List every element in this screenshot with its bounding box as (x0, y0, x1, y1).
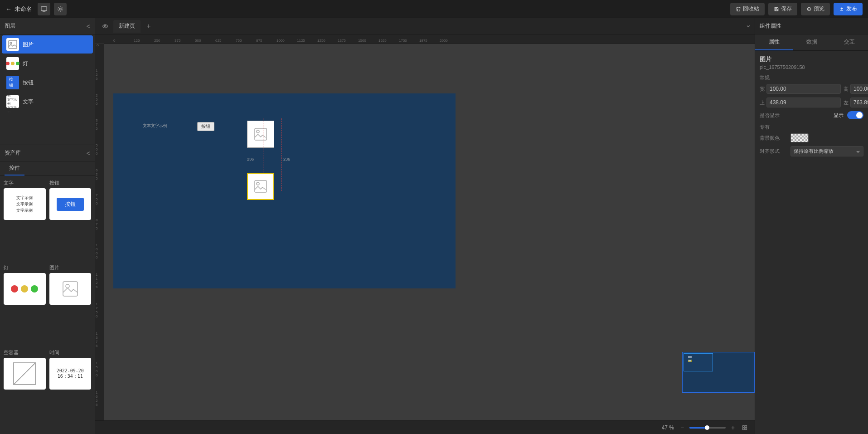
settings-icon-btn[interactable] (54, 3, 67, 15)
svg-rect-15 (255, 180, 267, 192)
ruler-v-mark-125: 125 (96, 68, 97, 81)
canvas-button-element[interactable]: 按钮 (197, 122, 214, 131)
right-panel-header: 组件属性 (755, 18, 868, 34)
svg-rect-18 (745, 425, 747, 427)
image-placeholder-icon-2 (254, 180, 267, 193)
light-dot-red (11, 285, 18, 293)
button-preview-widget: 按钮 (57, 198, 84, 211)
asset-label-text: 文字 (4, 180, 46, 186)
ruler-mark-1000: 1000 (276, 39, 285, 43)
layer-item-light[interactable]: 灯 (2, 54, 93, 73)
ruler-v-mark-1000: 1000 (96, 243, 97, 259)
ruler-mark-1250: 1250 (317, 39, 325, 43)
svg-point-11 (103, 24, 108, 28)
display-toggle-switch[interactable] (847, 111, 863, 119)
bg-color-row: 背景颜色 (760, 133, 863, 142)
dot-yellow (11, 62, 15, 65)
layer-item-image[interactable]: 图片 (2, 35, 93, 54)
prop-tab-interaction[interactable]: 交互 (830, 34, 868, 50)
left-panel: 图层 < 图片 灯 (0, 18, 95, 434)
asset-label-image: 图片 (49, 264, 92, 271)
asset-item-container[interactable]: 空容器 (4, 349, 46, 430)
canvas-image-element-2-selected[interactable] (247, 173, 274, 200)
prop-tab-data[interactable]: 数据 (793, 34, 830, 50)
layers-collapse-btn[interactable]: < (87, 23, 90, 30)
asset-item-light[interactable]: 灯 (4, 264, 46, 346)
ruler-v-mark-625: 625 (96, 168, 97, 180)
canvas-area: 新建页 + 0 125 250 375 500 (95, 18, 755, 434)
layer-label-button: 按钮 (23, 79, 34, 87)
preview-button[interactable]: 预览 (801, 3, 830, 15)
assets-grid: 文字 文字示例 文字示例 文字示例 按钮 按钮 (0, 176, 95, 434)
right-panel: 组件属性 属性 数据 交互 图片 pic_1675750209158 常规 宽 … (755, 18, 868, 434)
asset-thumb-image (49, 273, 92, 305)
prop-grid-pos: 上 左 (760, 98, 863, 107)
canvas-text-element[interactable]: 文本文字示例 (143, 123, 167, 129)
zoom-increase-btn[interactable]: + (728, 423, 737, 432)
prop-height-item: 高 (844, 84, 868, 94)
zoom-slider[interactable] (689, 427, 726, 429)
right-panel-title: 组件属性 (760, 22, 781, 30)
section-title-general: 常规 (760, 74, 863, 81)
guide-label-left: 236 (247, 157, 254, 161)
layers-panel-header: 图层 < (0, 18, 95, 34)
time-widget-preview: 2022-09-2016：34：11 (57, 368, 84, 380)
prop-width-input[interactable] (766, 84, 841, 94)
asset-item-time[interactable]: 时间 2022-09-2016：34：11 (49, 349, 92, 430)
ruler-v-mark-750: 750 (96, 193, 97, 205)
layer-item-text[interactable]: 文字示例文字示例文字示例 文字 (2, 93, 93, 111)
assets-tabs: 控件 (0, 161, 95, 176)
asset-thumb-light (4, 273, 46, 305)
asset-item-text[interactable]: 文字 文字示例 文字示例 文字示例 (4, 180, 46, 261)
canvas-page[interactable]: 文本文字示例 按钮 236 236 (113, 93, 456, 288)
page-tab-new[interactable]: 新建页 (113, 20, 141, 33)
back-icon[interactable]: ← (5, 5, 12, 13)
app-title: ← 未命名 (5, 5, 32, 13)
layer-thumb-text: 文字示例文字示例文字示例 (6, 95, 19, 108)
prop-top-input[interactable] (766, 98, 841, 107)
assets-collapse-btn[interactable]: < (87, 150, 90, 157)
svg-rect-17 (743, 425, 745, 427)
chevron-down-icon[interactable] (746, 24, 751, 29)
prop-grid-wh: 宽 高 (760, 84, 863, 94)
asset-thumb-text: 文字示例 文字示例 文字示例 (4, 188, 46, 220)
prop-tab-properties[interactable]: 属性 (755, 34, 793, 50)
asset-label-time: 时间 (49, 349, 92, 356)
container-diagonal (14, 363, 35, 384)
canvas-image-element-1[interactable] (247, 121, 274, 148)
recycle-button[interactable]: 回收站 (730, 3, 765, 15)
svg-rect-0 (41, 6, 47, 10)
ruler-mark-1500: 1500 (358, 39, 366, 43)
display-toggle-handle (856, 112, 863, 118)
bottom-bar: 47 % − + (95, 420, 755, 434)
layers-panel: 图层 < 图片 灯 (0, 18, 95, 145)
btn-preview-in-layer: 按钮 (6, 76, 19, 89)
asset-label-container: 空容器 (4, 349, 46, 356)
eye-icon-btn[interactable] (99, 20, 112, 33)
monitor-icon-btn[interactable] (38, 3, 50, 15)
assets-tab-widgets[interactable]: 控件 (5, 161, 24, 176)
ruler-mark-125: 125 (134, 39, 140, 43)
guide-line-v2 (281, 118, 281, 191)
prop-left-input[interactable] (850, 98, 868, 107)
publish-button[interactable]: 发布 (834, 3, 863, 15)
prop-height-input[interactable] (850, 84, 868, 94)
asset-thumb-container (4, 358, 46, 390)
asset-thumb-time: 2022-09-2016：34：11 (49, 358, 92, 390)
zoom-controls: − + (678, 423, 749, 432)
asset-item-button[interactable]: 按钮 按钮 (49, 180, 92, 261)
svg-point-10 (66, 284, 69, 288)
canvas-scroll[interactable]: 文本文字示例 按钮 236 236 (104, 44, 755, 420)
canvas-wrapper: 文本文字示例 按钮 236 236 (104, 44, 755, 406)
page-tab-add[interactable]: + (142, 20, 155, 33)
zoom-fit-btn[interactable] (740, 423, 749, 432)
ruler-v-mark-1125: 1125 (96, 273, 97, 289)
ruler-corner (95, 34, 104, 44)
zoom-decrease-btn[interactable]: − (678, 423, 687, 432)
bg-color-swatch[interactable] (790, 133, 809, 142)
asset-item-image[interactable]: 图片 (49, 264, 92, 346)
align-select[interactable]: 保持原有比例缩放 (790, 146, 863, 156)
main-layout: 图层 < 图片 灯 (0, 18, 868, 434)
save-button[interactable]: 保存 (768, 3, 797, 15)
ruler-mark-2000: 2000 (440, 39, 448, 43)
